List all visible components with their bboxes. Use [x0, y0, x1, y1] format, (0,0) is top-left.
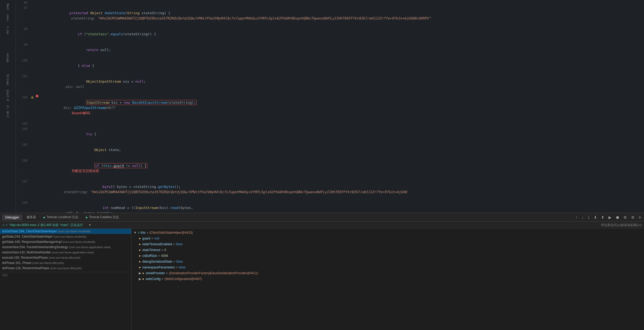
sidebar-item-writ[interactable]: ct, Writ [5, 104, 10, 119]
dot-guard: ● [139, 236, 141, 241]
check-icon: ✓ [2, 223, 5, 227]
var-serialProvider[interactable]: ▶ ● serialProvider = (SerializationProvi… [132, 270, 643, 276]
frame-0-class: (com.sun.faces.renderkit) [58, 230, 90, 233]
code-line-107: 107 byte[] bytes = stateString.getBytes(… [16, 179, 644, 200]
frame-4-class: (com.sun.faces.application.view) [52, 251, 94, 254]
tab-tomcat-catalina-label: Tomcat Catalina 日志 [89, 215, 119, 219]
frame-7[interactable]: doPhase:116, RestoreViewPhase (com.sun.f… [0, 266, 131, 271]
panel-right-icons: ↑ ↓ ⤵ ⬇ ⬆ ▶ ⏹ ⚙ ⚙ ≡ [575, 215, 642, 220]
var-guard[interactable]: ● guard = null [132, 236, 643, 241]
toolbar-up-btn[interactable]: ↑ [575, 215, 579, 220]
code-line-105: 105 Object state; [16, 142, 644, 158]
code-area: Mach ions- t.jsp esLogs Strings bject # … [0, 0, 644, 213]
tab-tomcat-localhost[interactable]: ■ Tomcat Localhost 日志 [40, 214, 81, 221]
thread-dropdown-btn[interactable]: ▼ [87, 223, 93, 227]
code-line-104: 104 try { [16, 126, 644, 142]
var-namespaceParameters[interactable]: ● namespaceParameters = false [132, 264, 643, 270]
sidebar-item-ions[interactable]: ions- [5, 13, 10, 23]
var-csBuffSize-name: csBuffSize [142, 253, 157, 258]
toolbar-step-into-btn[interactable]: ⬇ [593, 215, 598, 220]
dot-debugSerializedState: ● [139, 259, 141, 264]
tab-tomcat-localhost-label: Tomcat Localhost 日志 [47, 215, 78, 219]
tree-toggle-webConfig[interactable]: ▶ [139, 277, 141, 281]
var-this-header[interactable]: ▼ ≡ this = (ClientSideStateHelper@4410) [132, 230, 643, 236]
frame-6-method: doPhase:101, Phase [2, 261, 31, 265]
line-num-101: 101 [16, 74, 30, 79]
evaluate-label: 评估表达式(«)或添加监视(»») [601, 223, 642, 227]
toolbar-stop-btn[interactable]: ⏹ [615, 215, 620, 220]
tab-debugger[interactable]: Debugger [2, 214, 22, 220]
toolbar-settings-btn[interactable]: ⚙ [622, 215, 628, 220]
bottom-panel: Debugger 服务器 ■ Tomcat Localhost 日志 ■ Tom… [0, 213, 644, 330]
frame-6[interactable]: doPhase:101, Phase (com.sun.faces.lifecy… [0, 260, 131, 266]
bp-102[interactable] [34, 95, 40, 97]
frame-7-class: (com.sun.faces.lifecycle) [50, 267, 82, 270]
var-stateTimeoutEnabled[interactable]: ● stateTimeoutEnabled = false [132, 241, 643, 247]
var-guard-val: null [154, 236, 159, 241]
frame-1[interactable]: getState:244, ClientSideStateHelper (com… [0, 234, 131, 239]
tomcat-catalina-icon: ■ [86, 216, 88, 219]
frame-0[interactable]: doGetState:284, ClientSideStateHelper (c… [0, 229, 131, 234]
code-content-107: byte[] bytes = stateString.getBytes(); s… [40, 179, 644, 200]
var-webConfig-val: (WebConfiguration@4407) [165, 277, 202, 281]
var-debugSerializedState[interactable]: ● debugSerializedState = false [132, 259, 643, 264]
tab-tomcat-catalina[interactable]: ■ Tomcat Catalina 日志 [83, 214, 122, 221]
frame-1-class: (com.sun.faces.renderkit) [54, 235, 86, 238]
toolbar-down-btn[interactable]: ↓ [581, 215, 585, 220]
tree-toggle-serialProvider[interactable]: ▶ [139, 271, 141, 276]
line-num-96: 96 [16, 0, 30, 5]
thread-text: ✓ "http-nio-8050-exec-1"@2,465 在组 "main"… [6, 223, 83, 227]
sidebar-item-strings[interactable]: Strings [5, 73, 10, 86]
code-line-108: 108 int numRead = ((InputStream)bis).rea… [16, 200, 644, 213]
code-line-96: 96 [16, 0, 644, 5]
frame-2-method: getState:100, ResponseStateManagerImpl [2, 240, 62, 244]
sidebar-item-mach[interactable]: Mach [5, 3, 10, 11]
toolbar-config-btn[interactable]: ⚙ [630, 215, 636, 220]
frame-7-method: doPhase:116, RestoreViewPhase [2, 266, 49, 270]
toolbar-run-btn[interactable]: ▶ [607, 215, 612, 220]
tree-toggle-this[interactable]: ▼ [134, 230, 137, 235]
frame-5[interactable]: execute:192, RestoreViewPhase (com.sun.f… [0, 255, 131, 260]
tab-server[interactable]: 服务器 [23, 214, 39, 221]
toolbar-step-out-btn[interactable]: ⬆ [600, 215, 605, 220]
sidebar-item-jsp[interactable]: t.jsp [5, 25, 10, 35]
var-stateTimeout-eq: = [161, 248, 163, 252]
code-content-108: int numRead = ((InputStream)bis).read(by… [40, 200, 644, 213]
var-stateTimeout-name: stateTimeout [142, 248, 160, 252]
var-stateTimeout-val: 0 [164, 248, 166, 252]
frames-panel: doGetState:284, ClientSideStateHelper (c… [0, 229, 131, 330]
var-webConfig[interactable]: ▶ ● webConfig = (WebConfiguration@4407) [132, 276, 643, 282]
evaluate-bar: 评估表达式(«)或添加监视(»») [601, 223, 642, 227]
code-line-97: 97 protected Object doGetState(String st… [16, 5, 644, 26]
var-this-name: this [141, 230, 146, 235]
frame-4-method: restoreView:142, MultiViewHandler [2, 251, 51, 254]
toolbar-more-btn[interactable]: ≡ [638, 215, 642, 220]
debug-toolbar-row: ✓ ✓ "http-nio-8050-exec-1"@2,465 在组 "mai… [0, 222, 644, 229]
line-num-98: 98 [16, 26, 30, 32]
var-csBuffSize-val: 4096 [161, 253, 168, 258]
var-debugSerializedState-eq: = [173, 259, 175, 264]
var-stateTimeout[interactable]: ● stateTimeout = 0 [132, 247, 643, 253]
var-stateTimeoutEnabled-val: false [176, 242, 182, 247]
frame-3[interactable]: restoreView:534, FaceletViewHandlingStra… [0, 244, 131, 250]
var-serialProvider-eq: = [166, 271, 168, 276]
sidebar-item-eslogs[interactable]: esLogs [5, 52, 10, 64]
line-num-105: 105 [16, 142, 30, 147]
var-csBuffSize[interactable]: ● csBuffSize = 4096 [132, 253, 643, 259]
var-debugSerializedState-name: debugSerializedState [142, 259, 172, 264]
code-line-99: 99 return null; [16, 42, 644, 58]
dot-stateTimeout: ● [139, 248, 141, 252]
code-content-104: try { [40, 126, 644, 142]
var-this-val: (ClientSideStateHelper@4410) [150, 230, 193, 235]
code-line-101: 101 ObjectInputStream ois = null; ois: n… [16, 74, 644, 95]
var-stateTimeoutEnabled-name: stateTimeoutEnabled [142, 242, 172, 247]
frame-4[interactable]: restoreView:142, MultiViewHandler (com.s… [0, 250, 131, 255]
code-editor[interactable]: 96 97 protected Object doGetState(String… [16, 0, 644, 213]
var-serialProvider-name: serialProvider [146, 271, 165, 276]
sidebar-item-object[interactable]: bject # [5, 89, 10, 102]
var-csBuffSize-eq: = [158, 253, 160, 258]
frame-2[interactable]: getState:100, ResponseStateManagerImpl (… [0, 239, 131, 244]
toolbar-step-over-btn[interactable]: ⤵ [587, 215, 591, 220]
var-stateTimeoutEnabled-eq: = [173, 242, 175, 247]
code-content-102: InputStream bis = new Base64InputStream(… [40, 95, 644, 121]
